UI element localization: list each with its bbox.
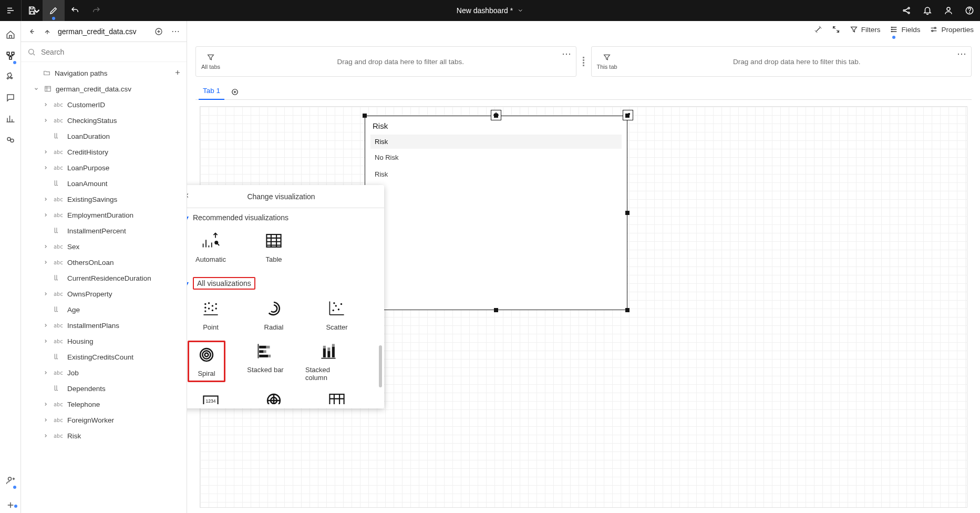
viz-sunburst[interactable] <box>251 392 297 404</box>
field-item[interactable]: abcCheckingStatus <box>21 112 187 128</box>
field-item[interactable]: abcRisk <box>21 428 187 444</box>
viz-scatter[interactable]: Scatter <box>314 298 360 331</box>
up-button[interactable] <box>42 27 53 36</box>
field-item[interactable]: InstallmentPercent <box>21 223 187 239</box>
field-item[interactable]: LoanAmount <box>21 176 187 191</box>
edit-mode-button[interactable] <box>43 0 64 21</box>
resize-handle[interactable] <box>583 46 585 77</box>
expand-icon[interactable] <box>42 432 49 439</box>
more-button[interactable]: ⋯ <box>170 26 181 37</box>
field-item[interactable]: abcCreditHistory <box>21 144 187 160</box>
resize-handle[interactable] <box>494 114 498 118</box>
expand-icon[interactable] <box>42 259 49 266</box>
app-menu-button[interactable] <box>0 0 21 21</box>
field-item[interactable]: CurrentResidenceDuration <box>21 270 187 286</box>
pins-button[interactable] <box>0 66 21 87</box>
charts-button[interactable] <box>0 108 21 129</box>
all-tabs-drop-zone[interactable]: All tabs Drag and drop data here to filt… <box>195 46 576 77</box>
viz-point[interactable]: Point <box>188 298 234 331</box>
data-source-node[interactable]: german_credit_data.csv <box>21 81 187 97</box>
field-item[interactable]: abcOwnsProperty <box>21 286 187 302</box>
resize-handle[interactable] <box>494 308 498 312</box>
collapse-icon[interactable] <box>33 85 40 93</box>
tree-label: Navigation paths <box>55 69 170 77</box>
viz-table[interactable]: Table <box>251 230 297 263</box>
resize-handle[interactable] <box>625 114 630 118</box>
redo-button[interactable] <box>86 0 107 21</box>
viz-spiral[interactable]: Spiral <box>188 341 225 382</box>
viz-radial[interactable]: Radial <box>251 298 297 331</box>
search-input[interactable] <box>41 48 180 56</box>
magic-button[interactable] <box>814 25 822 34</box>
field-item[interactable]: abcEmploymentDuration <box>21 207 187 223</box>
navigation-paths-node[interactable]: Navigation paths <box>21 65 187 81</box>
properties-toolbar-button[interactable]: Properties <box>930 25 974 34</box>
expand-icon[interactable] <box>42 164 49 171</box>
search-field[interactable] <box>21 42 187 62</box>
add-tab-button[interactable] <box>228 85 242 99</box>
this-tab-drop-zone[interactable]: This tab Drag and drop data here to filt… <box>591 46 972 77</box>
field-item[interactable]: Dependents <box>21 381 187 396</box>
notifications-button[interactable] <box>917 0 938 21</box>
expand-icon[interactable] <box>42 117 49 124</box>
scrollbar-thumb[interactable] <box>379 345 382 387</box>
share-button[interactable] <box>896 0 917 21</box>
expand-icon[interactable] <box>42 337 49 345</box>
help-button[interactable] <box>959 0 980 21</box>
save-button[interactable] <box>22 0 43 21</box>
field-item[interactable]: LoanDuration <box>21 128 187 144</box>
expand-button[interactable] <box>832 25 840 34</box>
expand-icon[interactable] <box>42 369 49 376</box>
drop-zone-menu[interactable]: ⋯ <box>562 48 572 59</box>
back-button[interactable] <box>187 192 191 201</box>
resize-handle[interactable] <box>625 308 630 312</box>
expand-icon[interactable] <box>42 290 49 297</box>
add-button[interactable] <box>0 497 21 513</box>
filters-toolbar-button[interactable]: Filters <box>850 25 881 34</box>
field-item[interactable]: abcJob <box>21 365 187 381</box>
back-button[interactable] <box>26 27 37 36</box>
user-button[interactable] <box>938 0 959 21</box>
assistant-button[interactable] <box>0 129 21 150</box>
all-viz-section-header[interactable]: ▾ All visualizations <box>187 272 384 293</box>
field-item[interactable]: ExistingCreditsCount <box>21 349 187 365</box>
viz-stacked-column[interactable]: Stacked column <box>305 341 352 382</box>
expand-icon[interactable] <box>42 148 49 156</box>
field-item[interactable]: abcLoanPurpose <box>21 160 187 176</box>
drop-zone-menu[interactable]: ⋯ <box>957 48 967 59</box>
field-item[interactable]: Age <box>21 302 187 317</box>
add-data-button[interactable] <box>153 26 164 37</box>
viz-summary[interactable]: 1234 <box>188 392 234 404</box>
tab-1[interactable]: Tab 1 <box>195 81 228 99</box>
field-item[interactable]: abcHousing <box>21 333 187 349</box>
expand-icon[interactable] <box>42 101 49 108</box>
field-item[interactable]: abcSex <box>21 239 187 254</box>
comments-button[interactable] <box>0 87 21 108</box>
expand-icon[interactable] <box>42 322 49 329</box>
field-item[interactable]: abcOthersOnLoan <box>21 254 187 270</box>
resize-handle[interactable] <box>363 114 367 118</box>
add-person-button[interactable] <box>0 470 21 491</box>
viz-automatic[interactable]: Automatic <box>188 230 234 263</box>
undo-button[interactable] <box>65 0 86 21</box>
viz-stacked-bar[interactable]: Stacked bar <box>242 341 288 382</box>
dashboard-title[interactable]: New dashboard * <box>457 6 523 15</box>
field-item[interactable]: abcCustomerID <box>21 97 187 112</box>
expand-icon[interactable] <box>42 211 49 219</box>
fields-toolbar-button[interactable]: Fields <box>890 25 920 34</box>
field-item[interactable]: abcTelephone <box>21 396 187 412</box>
expand-icon[interactable] <box>42 401 49 408</box>
home-button[interactable] <box>0 24 21 45</box>
risk-widget[interactable]: Risk Risk No Risk Risk <box>365 116 627 310</box>
expand-icon[interactable] <box>42 243 49 250</box>
field-item[interactable]: abcForeignWorker <box>21 412 187 428</box>
field-item[interactable]: abcExistingSavings <box>21 191 187 207</box>
viz-crosstab[interactable] <box>314 392 360 404</box>
data-tree-button[interactable] <box>0 45 21 66</box>
resize-handle[interactable] <box>625 211 630 215</box>
add-nav-path-button[interactable] <box>174 69 181 78</box>
expand-icon[interactable] <box>42 416 49 424</box>
recommended-section-header[interactable]: ▾ Recommended visualizations <box>187 208 384 225</box>
field-item[interactable]: abcInstallmentPlans <box>21 317 187 333</box>
expand-icon[interactable] <box>42 196 49 203</box>
